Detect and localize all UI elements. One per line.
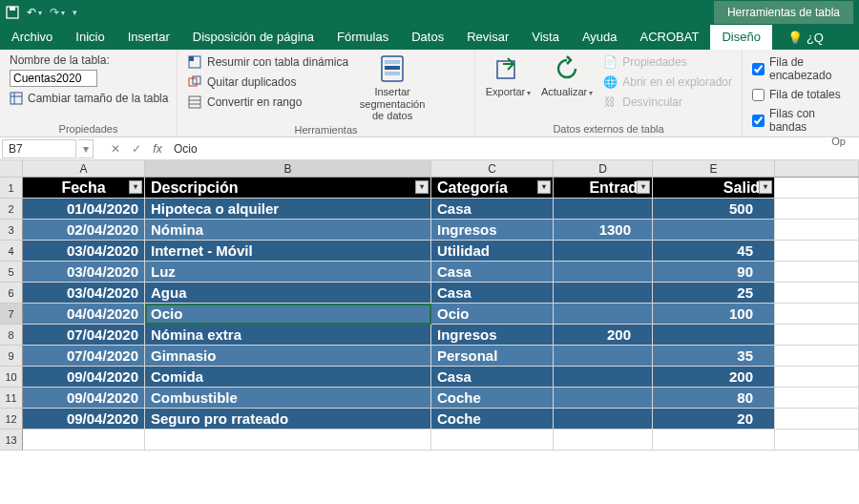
tab-acrobat[interactable]: ACROBAT [629,25,711,50]
redo-icon[interactable]: ↷▾ [50,6,65,19]
save-icon[interactable] [6,6,19,19]
col-E[interactable]: E [653,160,775,178]
cell-salida[interactable]: 200 [653,367,775,388]
cell-descripcion[interactable]: Combustible [145,388,431,409]
select-all-corner[interactable] [0,160,23,178]
name-box[interactable]: B7 [2,139,76,158]
export-button[interactable]: Exportar▾ [485,53,532,98]
cell-salida[interactable]: 25 [653,283,775,304]
cell-entrada[interactable] [554,283,653,304]
cell-descripcion[interactable]: Hipoteca o alquiler [145,199,431,220]
row-header[interactable]: 9 [0,346,23,367]
header-row-checkbox[interactable]: Fila de encabezado [752,55,849,82]
cell-descripcion[interactable]: Nómina [145,220,431,241]
cell-descripcion[interactable]: Comida [145,367,431,388]
filter-icon[interactable]: ▾ [129,180,142,194]
cell-categoria[interactable]: Coche [431,388,554,409]
cell-categoria[interactable]: Personal [431,346,554,367]
row-header[interactable]: 10 [0,367,23,388]
total-row-checkbox[interactable]: Fila de totales [752,88,849,101]
header-categoria[interactable]: Categoría▾ [431,178,554,199]
cell-entrada[interactable] [554,388,653,409]
fx-icon[interactable]: fx [147,142,168,156]
row-header[interactable]: 12 [0,409,23,430]
filter-icon[interactable]: ▾ [415,180,429,194]
tab-review[interactable]: Revisar [455,25,520,50]
cell-fecha[interactable]: 07/04/2020 [23,325,145,346]
cell-fecha[interactable]: 09/04/2020 [23,367,145,388]
cell-fecha[interactable]: 03/04/2020 [23,262,145,283]
row-header[interactable]: 13 [0,430,23,451]
row-header[interactable]: 7 [0,304,23,325]
filter-icon[interactable]: ▾ [537,180,551,194]
col-D[interactable]: D [554,160,653,178]
cell-categoria[interactable]: Casa [431,199,554,220]
filter-icon[interactable]: ▾ [759,180,772,194]
cell-descripcion[interactable]: Agua [145,283,431,304]
cell-categoria[interactable]: Casa [431,262,554,283]
cell-salida[interactable]: 35 [653,346,775,367]
cell-categoria[interactable]: Utilidad [431,241,554,262]
cell-categoria[interactable]: Ocio [431,304,554,325]
row-header[interactable]: 2 [0,199,23,220]
insert-slicer-button[interactable]: Insertar segmentación de datos [358,53,427,122]
cell-categoria[interactable]: Casa [431,283,554,304]
row-header[interactable]: 4 [0,241,23,262]
cell-descripcion[interactable]: Seguro pro rrateado [145,409,431,430]
cell-fecha[interactable]: 04/04/2020 [23,304,145,325]
summarize-pivot-button[interactable]: Resumir con tabla dinámica [187,53,348,71]
cell-descripcion[interactable]: Nómina extra [145,325,431,346]
tab-home[interactable]: Inicio [64,25,115,50]
cell-descripcion[interactable]: Ocio [145,304,431,325]
cancel-formula-icon[interactable]: ✕ [105,142,126,156]
col-B[interactable]: B [145,160,431,178]
cell-salida[interactable]: 45 [653,241,775,262]
filter-icon[interactable]: ▾ [637,180,650,194]
cell-fecha[interactable]: 09/04/2020 [23,388,145,409]
row-header[interactable]: 6 [0,283,23,304]
cell-categoria[interactable]: Coche [431,409,554,430]
cell-descripcion[interactable]: Luz [145,262,431,283]
name-box-dropdown[interactable]: ▾ [78,139,94,158]
cell-descripcion[interactable]: Internet - Móvil [145,241,431,262]
tab-formulas[interactable]: Fórmulas [325,25,400,50]
formula-input[interactable]: Ocio [168,142,859,156]
header-fecha[interactable]: Fecha▾ [23,178,145,199]
resize-table-button[interactable]: Cambiar tamaño de la tabla [10,90,167,107]
tab-page-layout[interactable]: Disposición de página [181,25,325,50]
convert-range-button[interactable]: Convertir en rango [187,94,348,111]
cell-categoria[interactable]: Casa [431,367,554,388]
row-header[interactable]: 1 [0,178,23,199]
undo-icon[interactable]: ↶▾ [27,6,42,19]
row-header[interactable]: 11 [0,388,23,409]
col-C[interactable]: C [431,160,554,178]
cell-entrada[interactable] [554,304,653,325]
cell-salida[interactable]: 90 [653,262,775,283]
cell-entrada[interactable]: 200 [554,325,653,346]
cell-fecha[interactable]: 02/04/2020 [23,220,145,241]
cell-entrada[interactable] [554,199,653,220]
row-header[interactable]: 8 [0,325,23,346]
tab-insert[interactable]: Insertar [116,25,181,50]
tab-file[interactable]: Archivo [0,25,64,50]
header-salida[interactable]: Salida▾ [653,178,775,199]
cell-entrada[interactable] [554,262,653,283]
cell-salida[interactable]: 80 [653,388,775,409]
col-F[interactable] [775,160,859,178]
row-header[interactable]: 5 [0,262,23,283]
row-header[interactable]: 3 [0,220,23,241]
col-A[interactable]: A [23,160,145,178]
cell-fecha[interactable]: 03/04/2020 [23,283,145,304]
cell-entrada[interactable] [554,367,653,388]
cell-fecha[interactable]: 03/04/2020 [23,241,145,262]
qat-customize-icon[interactable]: ▾ [73,8,77,17]
cell-entrada[interactable] [554,346,653,367]
refresh-button[interactable]: Actualizar▾ [541,53,593,98]
cell-fecha[interactable]: 09/04/2020 [23,409,145,430]
cell-entrada[interactable] [554,241,653,262]
tab-view[interactable]: Vista [520,25,571,50]
cell-entrada[interactable]: 1300 [554,220,653,241]
cell-salida[interactable]: 500 [653,199,775,220]
cell-categoria[interactable]: Ingresos [431,325,554,346]
tab-help[interactable]: Ayuda [571,25,629,50]
